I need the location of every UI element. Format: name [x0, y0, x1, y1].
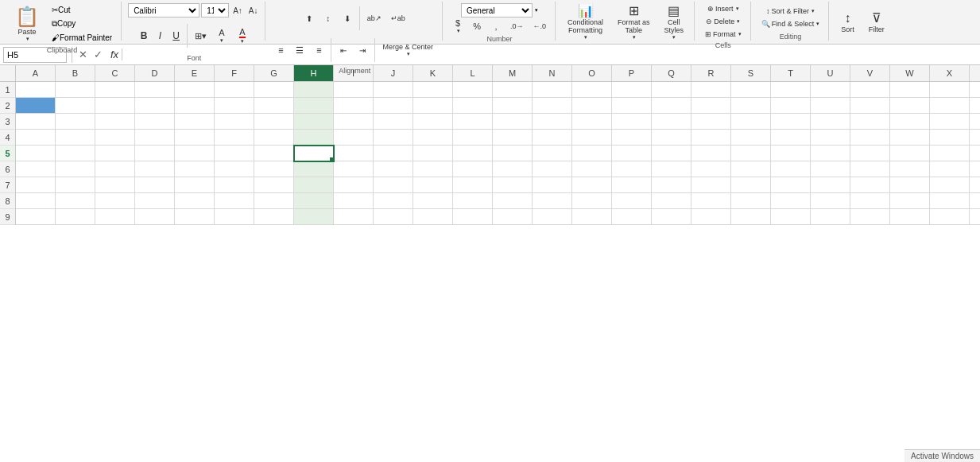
cell-Q8[interactable] — [652, 193, 691, 209]
col-header-R[interactable]: R — [691, 65, 731, 81]
cell-C7[interactable] — [95, 177, 135, 193]
cell-H6[interactable] — [294, 161, 334, 177]
col-header-K[interactable]: K — [413, 65, 453, 81]
cell-N9[interactable] — [533, 209, 572, 225]
cell-F4[interactable] — [215, 130, 254, 146]
cell-J2[interactable] — [374, 98, 413, 114]
cell-P8[interactable] — [612, 193, 652, 209]
align-center-button[interactable]: ☰ — [291, 43, 308, 57]
decrease-font-button[interactable]: A↓ — [246, 3, 261, 17]
dollar-button[interactable]: $ ▾ — [449, 19, 467, 33]
cell-W4[interactable] — [890, 130, 930, 146]
cell-B7[interactable] — [56, 177, 95, 193]
cell-Y2[interactable] — [970, 98, 980, 114]
cell-J4[interactable] — [374, 130, 413, 146]
col-header-Q[interactable]: Q — [652, 65, 691, 81]
col-header-S[interactable]: S — [731, 65, 771, 81]
cell-U4[interactable] — [811, 130, 850, 146]
cell-O4[interactable] — [572, 130, 612, 146]
cell-S6[interactable] — [731, 161, 771, 177]
cell-E6[interactable] — [175, 161, 215, 177]
cell-A8[interactable] — [16, 193, 56, 209]
cell-V4[interactable] — [850, 130, 890, 146]
cell-W1[interactable] — [890, 82, 930, 98]
cell-U8[interactable] — [811, 193, 850, 209]
cell-M6[interactable] — [493, 161, 533, 177]
borders-button[interactable]: ⊞▾ — [191, 29, 211, 43]
cell-T7[interactable] — [771, 177, 811, 193]
cell-A9[interactable] — [16, 209, 56, 225]
cell-H3[interactable] — [294, 114, 334, 130]
cell-P6[interactable] — [612, 161, 652, 177]
sort-button[interactable]: ↕ Sort — [835, 5, 860, 40]
cell-Y9[interactable] — [970, 209, 980, 225]
cell-S9[interactable] — [731, 209, 771, 225]
cell-S1[interactable] — [731, 82, 771, 98]
cell-C8[interactable] — [95, 193, 135, 209]
format-painter-button[interactable]: 🖌 Format Painter — [48, 32, 116, 43]
cell-N3[interactable] — [533, 114, 572, 130]
cell-X6[interactable] — [930, 161, 970, 177]
cell-G5[interactable] — [254, 146, 294, 161]
cell-Y3[interactable] — [970, 114, 980, 130]
cell-K7[interactable] — [413, 177, 453, 193]
cell-E7[interactable] — [175, 177, 215, 193]
insert-button[interactable]: ⊕ Insert ▾ — [703, 3, 743, 14]
cell-H9[interactable] — [294, 209, 334, 225]
cell-Q5[interactable] — [652, 146, 691, 161]
cell-X4[interactable] — [930, 130, 970, 146]
cell-P3[interactable] — [612, 114, 652, 130]
cell-U5[interactable] — [811, 146, 850, 161]
cell-C3[interactable] — [95, 114, 135, 130]
number-format-select[interactable]: General — [461, 3, 533, 17]
cell-E8[interactable] — [175, 193, 215, 209]
col-header-P[interactable]: P — [612, 65, 652, 81]
col-header-B[interactable]: B — [56, 65, 95, 81]
cell-D6[interactable] — [135, 161, 175, 177]
cell-L6[interactable] — [453, 161, 493, 177]
cell-D4[interactable] — [135, 130, 175, 146]
copy-button[interactable]: ⧉ Copy — [48, 18, 116, 29]
row-num-7[interactable]: 7 — [0, 177, 15, 193]
cell-G8[interactable] — [254, 193, 294, 209]
cell-B6[interactable] — [56, 161, 95, 177]
col-header-G[interactable]: G — [254, 65, 294, 81]
cell-A1[interactable] — [16, 82, 56, 98]
col-header-M[interactable]: M — [493, 65, 533, 81]
cell-styles-button[interactable]: ▤ Cell Styles ▾ — [659, 5, 690, 40]
cell-K9[interactable] — [413, 209, 453, 225]
cell-M3[interactable] — [493, 114, 533, 130]
cell-X3[interactable] — [930, 114, 970, 130]
comma-button[interactable]: , — [487, 19, 505, 33]
cell-X7[interactable] — [930, 177, 970, 193]
cell-B1[interactable] — [56, 82, 95, 98]
cell-M8[interactable] — [493, 193, 533, 209]
col-header-T[interactable]: T — [771, 65, 811, 81]
align-right-button[interactable]: ≡ — [310, 43, 327, 57]
cell-X5[interactable] — [930, 146, 970, 161]
cell-Q7[interactable] — [652, 177, 691, 193]
col-header-J[interactable]: J — [374, 65, 413, 81]
align-middle-button[interactable]: ↕ — [320, 11, 337, 25]
underline-button[interactable]: U — [168, 29, 184, 43]
cell-F5[interactable] — [215, 146, 254, 161]
cell-G3[interactable] — [254, 114, 294, 130]
cell-L8[interactable] — [453, 193, 493, 209]
cell-B5[interactable] — [56, 146, 95, 161]
cell-V6[interactable] — [850, 161, 890, 177]
col-header-E[interactable]: E — [175, 65, 215, 81]
font-size-select[interactable]: 11 — [201, 3, 229, 17]
cell-X2[interactable] — [930, 98, 970, 114]
cell-R5[interactable] — [691, 146, 731, 161]
cell-U6[interactable] — [811, 161, 850, 177]
cell-N2[interactable] — [533, 98, 572, 114]
cell-S5[interactable] — [731, 146, 771, 161]
inc-decimal-button[interactable]: .0→ — [506, 19, 528, 33]
cell-G4[interactable] — [254, 130, 294, 146]
cell-R3[interactable] — [691, 114, 731, 130]
cell-W9[interactable] — [890, 209, 930, 225]
cell-Y6[interactable] — [970, 161, 980, 177]
cell-D1[interactable] — [135, 82, 175, 98]
cell-W8[interactable] — [890, 193, 930, 209]
cell-F3[interactable] — [215, 114, 254, 130]
